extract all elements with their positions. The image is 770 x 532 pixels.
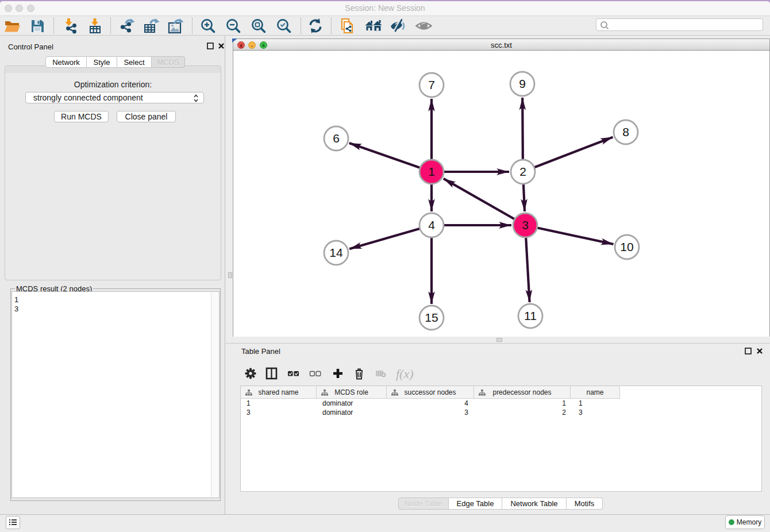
svg-text:2: 2 (519, 165, 526, 178)
svg-text:10: 10 (620, 240, 633, 253)
svg-text:14: 14 (329, 246, 343, 259)
svg-text:9: 9 (519, 77, 526, 90)
svg-text:15: 15 (425, 311, 438, 324)
svg-text:f(x): f(x) (396, 367, 414, 381)
svg-text:8: 8 (622, 125, 629, 138)
svg-text:7: 7 (428, 78, 435, 91)
svg-text:1: 1 (428, 165, 435, 178)
svg-text:11: 11 (524, 309, 537, 322)
svg-text:3: 3 (522, 218, 529, 232)
svg-text:4: 4 (428, 218, 435, 232)
svg-text:6: 6 (333, 132, 340, 145)
